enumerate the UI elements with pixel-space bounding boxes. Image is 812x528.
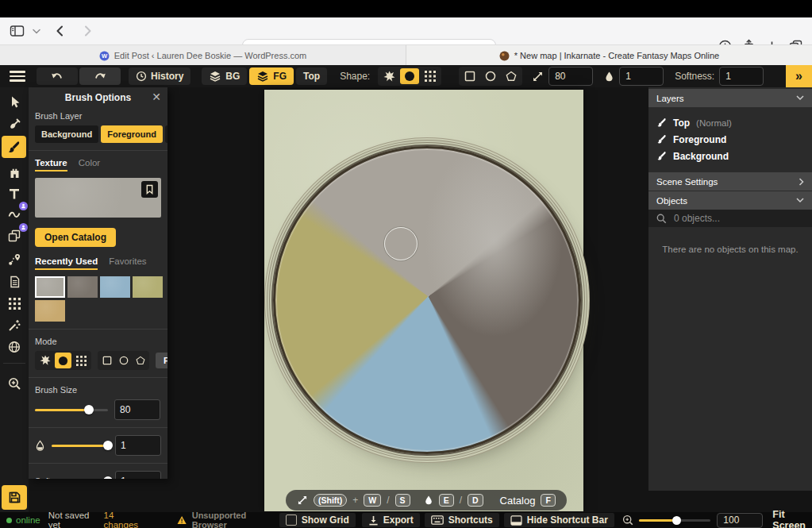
redo-button[interactable] <box>79 67 121 85</box>
brush-tool-button[interactable] <box>2 136 26 158</box>
objects-search-input[interactable] <box>672 212 804 225</box>
top-layer-button[interactable]: Top <box>296 67 327 85</box>
sidebar-chevron-down-icon[interactable] <box>33 29 40 34</box>
swatch-water-blue[interactable] <box>100 276 130 298</box>
sidebar-icon[interactable] <box>10 25 25 37</box>
circle-shape-icon[interactable] <box>400 68 419 84</box>
softness-label: Softness <box>35 476 69 479</box>
show-grid-button[interactable]: Show Grid <box>279 513 356 527</box>
zoom-slider[interactable] <box>639 519 710 522</box>
swatch-sand-tan[interactable] <box>35 300 65 322</box>
swatch-grass-olive[interactable] <box>133 276 163 298</box>
hide-shortcut-bar-button[interactable]: Hide Shortcut Bar <box>504 513 614 527</box>
splat-mode-icon[interactable] <box>37 353 53 368</box>
tab-recently-used[interactable]: Recently Used <box>35 256 98 270</box>
splat-shape-icon[interactable] <box>379 68 398 84</box>
swatch-stone-dark[interactable] <box>67 276 98 298</box>
flow-input[interactable] <box>619 67 664 86</box>
circle-mode-icon[interactable] <box>55 353 71 368</box>
objects-header[interactable]: Objects <box>648 191 812 210</box>
plus-separator: + <box>352 495 358 506</box>
brush-size-input[interactable] <box>548 67 593 86</box>
layer-row-top[interactable]: Top (Normal) <box>648 114 812 131</box>
close-icon[interactable]: ✕ <box>152 91 161 102</box>
tab-inkarnate[interactable]: * New map | Inkarnate - Create Fantasy M… <box>406 45 812 66</box>
chevron-right-icon <box>799 178 804 186</box>
browser-toolbar: inkarnate.com <box>0 17 812 44</box>
objects-empty-message: There are no objects on this map. <box>648 245 812 254</box>
terrain-tool-button[interactable] <box>0 115 29 134</box>
grid-tool-button[interactable] <box>0 294 29 313</box>
history-button[interactable]: History <box>129 67 190 85</box>
text-tool-button[interactable] <box>0 184 29 203</box>
fill-mode-button[interactable]: Fill <box>156 353 167 368</box>
shortcuts-button[interactable]: Shortcuts <box>425 513 499 527</box>
brush-size-input[interactable] <box>114 399 160 420</box>
undo-button[interactable] <box>37 67 78 85</box>
swatch-stone-light[interactable] <box>35 276 65 298</box>
shapes-tool-button[interactable] <box>0 226 29 245</box>
softness-input[interactable] <box>719 67 764 86</box>
tab-background-layer[interactable]: Background <box>35 125 98 143</box>
tab-texture[interactable]: Texture <box>35 158 67 172</box>
export-button[interactable]: Export <box>362 513 420 527</box>
path-tool-button[interactable] <box>0 205 29 224</box>
pentagon-mode-icon[interactable] <box>133 353 148 368</box>
route-tool-button[interactable] <box>0 250 29 269</box>
slider-thumb[interactable] <box>103 476 113 479</box>
fg-layer-button[interactable]: FG <box>249 67 294 85</box>
shovel-icon <box>8 118 21 131</box>
effects-tool-button[interactable] <box>0 316 29 335</box>
scene-settings-header[interactable]: Scene Settings <box>648 172 812 191</box>
bookmark-button[interactable] <box>141 181 158 198</box>
tool-rail <box>0 87 29 512</box>
flow-input[interactable] <box>115 435 161 456</box>
circle-outline-icon[interactable] <box>481 68 500 84</box>
notes-tool-button[interactable] <box>0 272 29 291</box>
fit-screen-button[interactable]: Fit Screen <box>772 509 812 528</box>
save-button[interactable] <box>2 485 27 510</box>
objects-tool-button[interactable] <box>0 163 29 182</box>
slider-thumb[interactable] <box>84 405 94 414</box>
expand-toolbar-button[interactable]: » <box>786 65 812 87</box>
pattern-shape-icon[interactable] <box>421 68 440 84</box>
layers-header[interactable]: Layers <box>648 89 812 107</box>
circle-outline-mode-icon[interactable] <box>116 353 131 368</box>
bg-layer-button[interactable]: BG <box>202 67 247 85</box>
slider-thumb[interactable] <box>672 516 681 525</box>
tab-favorites[interactable]: Favorites <box>109 256 146 270</box>
slider-thumb[interactable] <box>103 441 113 450</box>
pentagon-outline-icon[interactable] <box>502 68 521 84</box>
zoom-input[interactable] <box>717 513 763 528</box>
open-catalog-button[interactable]: Open Catalog <box>35 228 116 247</box>
zoom-tool-button[interactable] <box>0 374 29 393</box>
mode-brush-group <box>35 351 91 370</box>
select-tool-button[interactable] <box>0 92 29 111</box>
route-pin-icon <box>8 253 21 266</box>
softness-input[interactable] <box>115 471 161 479</box>
map-circle[interactable] <box>273 146 581 454</box>
tab-color[interactable]: Color <box>79 158 100 172</box>
square-outline-icon[interactable] <box>460 68 479 84</box>
objects-search[interactable] <box>648 210 812 227</box>
pattern-mode-icon[interactable] <box>73 353 90 368</box>
tab-foreground-layer[interactable]: Foreground <box>101 125 163 143</box>
layer-row-foreground[interactable]: Foreground <box>648 131 812 148</box>
show-grid-checkbox[interactable] <box>286 515 297 526</box>
layer-row-background[interactable]: Background <box>648 148 812 164</box>
globe-icon <box>8 341 21 353</box>
world-tool-button[interactable] <box>0 337 29 356</box>
texture-preview[interactable] <box>35 178 161 218</box>
text-icon <box>8 187 21 200</box>
tab-wordpress[interactable]: W Edit Post ‹ Lauren Dee Boskie — WordPr… <box>0 45 406 66</box>
brush-size-slider[interactable] <box>35 409 108 411</box>
flow-slider[interactable] <box>52 445 109 447</box>
square-mode-icon[interactable] <box>99 353 114 368</box>
tab-top-layer[interactable]: Top <box>165 125 167 143</box>
menu-icon[interactable] <box>10 68 25 84</box>
back-icon[interactable] <box>55 25 64 37</box>
app-toolbar: History BG FG Top Shape: <box>0 65 812 87</box>
forward-icon[interactable] <box>83 25 93 37</box>
map-canvas[interactable] <box>264 90 583 511</box>
online-dot-icon <box>6 518 12 523</box>
